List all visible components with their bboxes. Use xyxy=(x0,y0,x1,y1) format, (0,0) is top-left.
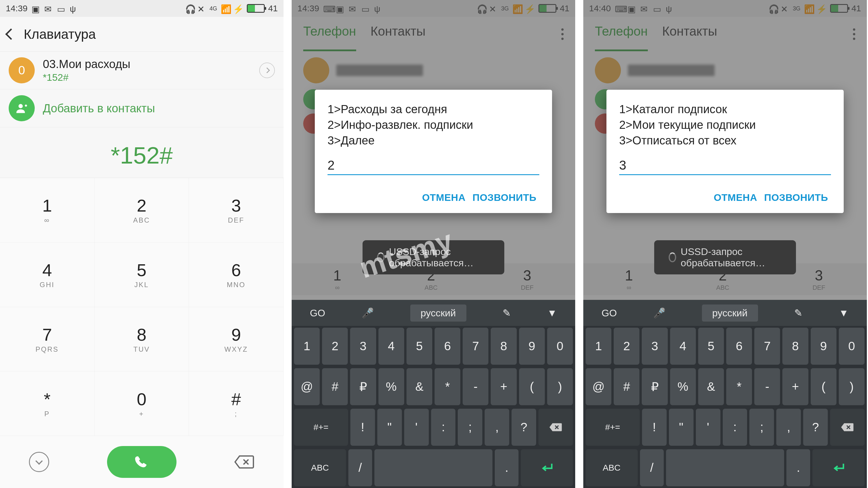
key[interactable]: , xyxy=(776,409,801,446)
key-3[interactable]: 3 xyxy=(350,328,376,365)
abc-key[interactable]: ABC xyxy=(586,449,638,486)
key[interactable]: : xyxy=(431,409,456,446)
symbols-key[interactable]: #+= xyxy=(294,409,348,446)
key-8[interactable]: 8 xyxy=(782,328,808,365)
key[interactable]: : xyxy=(723,409,747,446)
key-5[interactable]: 5 xyxy=(698,328,724,365)
key[interactable]: " xyxy=(669,409,693,446)
key-9[interactable]: 9 xyxy=(811,328,836,365)
key[interactable]: ; xyxy=(458,409,482,446)
key-1[interactable]: 1 xyxy=(586,328,611,365)
dial-key-*[interactable]: *P xyxy=(0,371,95,436)
language-key[interactable]: русский xyxy=(702,304,758,322)
dial-key-8[interactable]: 8TUV xyxy=(95,307,189,372)
key[interactable]: % xyxy=(670,368,696,405)
key-7[interactable]: 7 xyxy=(463,328,488,365)
collapse-kb-icon[interactable]: ▼ xyxy=(547,307,557,319)
dialog-input[interactable] xyxy=(328,155,539,175)
key-8[interactable]: 8 xyxy=(491,328,517,365)
back-icon[interactable] xyxy=(5,28,17,40)
dial-key-4[interactable]: 4GHI xyxy=(0,243,95,307)
send-button[interactable]: ПОЗВОНИТЬ xyxy=(470,190,539,206)
key-2[interactable]: 2 xyxy=(322,328,348,365)
key-6[interactable]: 6 xyxy=(435,328,460,365)
symbols-key[interactable]: #+= xyxy=(586,409,640,446)
key[interactable]: ! xyxy=(642,409,666,446)
key[interactable]: % xyxy=(378,368,404,405)
key[interactable]: , xyxy=(485,409,509,446)
cancel-button[interactable]: ОТМЕНА xyxy=(711,190,760,206)
key[interactable]: ₽ xyxy=(350,368,376,405)
key-0[interactable]: 0 xyxy=(547,328,573,365)
key[interactable]: - xyxy=(463,368,488,405)
collapse-button[interactable] xyxy=(29,452,49,472)
language-key[interactable]: русский xyxy=(410,304,466,322)
key-0[interactable]: 0 xyxy=(839,328,865,365)
space-key[interactable] xyxy=(666,449,784,486)
dial-key-5[interactable]: 5JKL xyxy=(95,243,189,307)
key[interactable]: ( xyxy=(519,368,545,405)
collapse-kb-icon[interactable]: ▼ xyxy=(839,307,848,319)
key[interactable]: ) xyxy=(839,368,865,405)
dial-key-#[interactable]: #; xyxy=(189,371,283,436)
enter-key[interactable] xyxy=(521,449,573,486)
send-button[interactable]: ПОЗВОНИТЬ xyxy=(761,190,831,206)
key[interactable]: / xyxy=(640,449,664,486)
key-1[interactable]: 1 xyxy=(294,328,320,365)
key-6[interactable]: 6 xyxy=(726,328,752,365)
go-key[interactable]: GO xyxy=(601,307,617,319)
dial-key-9[interactable]: 9WXYZ xyxy=(189,307,283,372)
key[interactable]: - xyxy=(754,368,780,405)
key[interactable]: ; xyxy=(749,409,774,446)
key[interactable]: # xyxy=(322,368,348,405)
mic-icon[interactable]: 🎤 xyxy=(653,307,665,319)
key[interactable]: ₽ xyxy=(642,368,668,405)
key[interactable]: @ xyxy=(586,368,611,405)
key[interactable]: ' xyxy=(696,409,720,446)
dialog-input[interactable] xyxy=(619,155,831,175)
go-key[interactable]: GO xyxy=(310,307,325,319)
details-button[interactable] xyxy=(259,63,275,78)
key[interactable]: & xyxy=(698,368,724,405)
dial-key-0[interactable]: 0+ xyxy=(95,371,189,436)
key[interactable]: ! xyxy=(350,409,375,446)
call-button[interactable] xyxy=(107,446,177,478)
dial-key-7[interactable]: 7PQRS xyxy=(0,307,95,372)
key-4[interactable]: 4 xyxy=(670,328,696,365)
key-5[interactable]: 5 xyxy=(406,328,432,365)
key-4[interactable]: 4 xyxy=(378,328,404,365)
add-contact-row[interactable]: Добавить в контакты xyxy=(0,89,283,127)
backspace-key[interactable] xyxy=(538,409,573,446)
backspace-key[interactable] xyxy=(830,409,865,446)
key[interactable]: ? xyxy=(803,409,828,446)
key[interactable]: # xyxy=(614,368,640,405)
key[interactable]: ) xyxy=(547,368,573,405)
dial-key-1[interactable]: 1∞ xyxy=(0,178,95,243)
key[interactable]: / xyxy=(348,449,372,486)
key[interactable]: ( xyxy=(811,368,836,405)
key-3[interactable]: 3 xyxy=(642,328,668,365)
edit-icon[interactable]: ✎ xyxy=(503,307,511,319)
key-9[interactable]: 9 xyxy=(519,328,545,365)
key[interactable]: @ xyxy=(294,368,320,405)
key[interactable]: * xyxy=(435,368,460,405)
key[interactable]: ' xyxy=(404,409,429,446)
key[interactable]: ? xyxy=(512,409,536,446)
key[interactable]: + xyxy=(491,368,517,405)
cancel-button[interactable]: ОТМЕНА xyxy=(419,190,468,206)
abc-key[interactable]: ABC xyxy=(294,449,346,486)
key[interactable]: " xyxy=(377,409,402,446)
edit-icon[interactable]: ✎ xyxy=(794,307,802,319)
key[interactable]: . xyxy=(495,449,519,486)
key-2[interactable]: 2 xyxy=(614,328,640,365)
key-7[interactable]: 7 xyxy=(754,328,780,365)
key[interactable]: & xyxy=(406,368,432,405)
space-key[interactable] xyxy=(374,449,493,486)
key[interactable]: * xyxy=(726,368,752,405)
key[interactable]: . xyxy=(786,449,810,486)
dial-key-6[interactable]: 6MNO xyxy=(189,243,283,307)
enter-key[interactable] xyxy=(812,449,865,486)
dial-key-2[interactable]: 2ABC xyxy=(95,178,189,243)
backspace-button[interactable] xyxy=(235,455,255,469)
mic-icon[interactable]: 🎤 xyxy=(362,307,374,319)
